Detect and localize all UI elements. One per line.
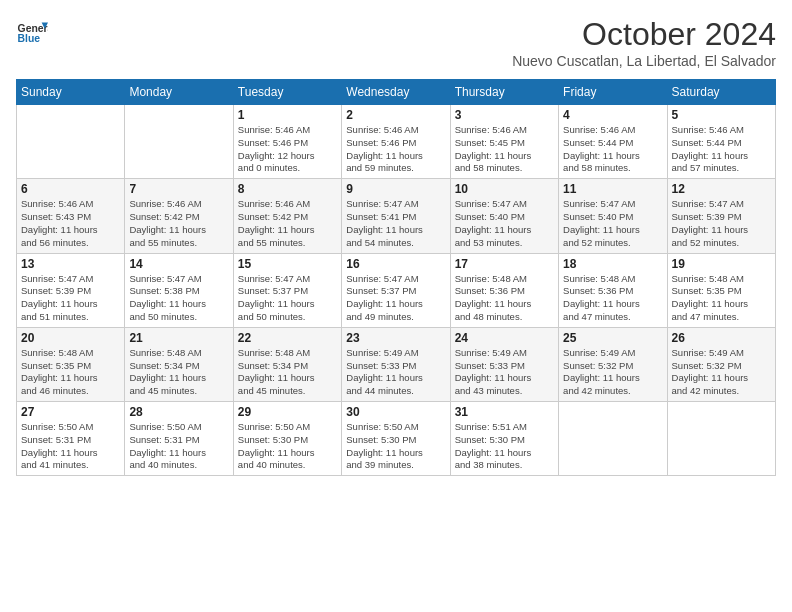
month-title: October 2024 — [512, 16, 776, 53]
calendar-cell: 18Sunrise: 5:48 AMSunset: 5:36 PMDayligh… — [559, 253, 667, 327]
calendar-cell: 3Sunrise: 5:46 AMSunset: 5:45 PMDaylight… — [450, 105, 558, 179]
day-info: Sunrise: 5:50 AMSunset: 5:30 PMDaylight:… — [238, 421, 337, 472]
calendar-cell: 24Sunrise: 5:49 AMSunset: 5:33 PMDayligh… — [450, 327, 558, 401]
calendar-cell — [125, 105, 233, 179]
col-header-monday: Monday — [125, 80, 233, 105]
day-number: 19 — [672, 257, 771, 271]
col-header-friday: Friday — [559, 80, 667, 105]
calendar-cell: 4Sunrise: 5:46 AMSunset: 5:44 PMDaylight… — [559, 105, 667, 179]
day-info: Sunrise: 5:46 AMSunset: 5:42 PMDaylight:… — [129, 198, 228, 249]
calendar-cell: 14Sunrise: 5:47 AMSunset: 5:38 PMDayligh… — [125, 253, 233, 327]
day-info: Sunrise: 5:46 AMSunset: 5:46 PMDaylight:… — [346, 124, 445, 175]
day-info: Sunrise: 5:48 AMSunset: 5:35 PMDaylight:… — [21, 347, 120, 398]
calendar-cell: 8Sunrise: 5:46 AMSunset: 5:42 PMDaylight… — [233, 179, 341, 253]
col-header-saturday: Saturday — [667, 80, 775, 105]
calendar-cell: 30Sunrise: 5:50 AMSunset: 5:30 PMDayligh… — [342, 402, 450, 476]
day-number: 18 — [563, 257, 662, 271]
day-info: Sunrise: 5:47 AMSunset: 5:38 PMDaylight:… — [129, 273, 228, 324]
day-info: Sunrise: 5:49 AMSunset: 5:32 PMDaylight:… — [563, 347, 662, 398]
calendar-cell: 12Sunrise: 5:47 AMSunset: 5:39 PMDayligh… — [667, 179, 775, 253]
week-row-2: 6Sunrise: 5:46 AMSunset: 5:43 PMDaylight… — [17, 179, 776, 253]
day-number: 4 — [563, 108, 662, 122]
day-info: Sunrise: 5:50 AMSunset: 5:31 PMDaylight:… — [129, 421, 228, 472]
day-info: Sunrise: 5:46 AMSunset: 5:46 PMDaylight:… — [238, 124, 337, 175]
day-info: Sunrise: 5:46 AMSunset: 5:44 PMDaylight:… — [563, 124, 662, 175]
day-number: 30 — [346, 405, 445, 419]
logo: General Blue — [16, 16, 48, 48]
day-info: Sunrise: 5:47 AMSunset: 5:37 PMDaylight:… — [346, 273, 445, 324]
week-row-5: 27Sunrise: 5:50 AMSunset: 5:31 PMDayligh… — [17, 402, 776, 476]
day-number: 21 — [129, 331, 228, 345]
day-number: 10 — [455, 182, 554, 196]
calendar-header-row: SundayMondayTuesdayWednesdayThursdayFrid… — [17, 80, 776, 105]
day-info: Sunrise: 5:47 AMSunset: 5:39 PMDaylight:… — [672, 198, 771, 249]
day-number: 25 — [563, 331, 662, 345]
day-number: 13 — [21, 257, 120, 271]
title-block: October 2024 Nuevo Cuscatlan, La Liberta… — [512, 16, 776, 69]
day-number: 28 — [129, 405, 228, 419]
calendar-cell — [667, 402, 775, 476]
calendar-cell: 11Sunrise: 5:47 AMSunset: 5:40 PMDayligh… — [559, 179, 667, 253]
day-info: Sunrise: 5:49 AMSunset: 5:33 PMDaylight:… — [346, 347, 445, 398]
calendar-cell: 31Sunrise: 5:51 AMSunset: 5:30 PMDayligh… — [450, 402, 558, 476]
calendar-cell: 23Sunrise: 5:49 AMSunset: 5:33 PMDayligh… — [342, 327, 450, 401]
day-info: Sunrise: 5:48 AMSunset: 5:34 PMDaylight:… — [129, 347, 228, 398]
day-number: 7 — [129, 182, 228, 196]
calendar-cell — [559, 402, 667, 476]
day-number: 12 — [672, 182, 771, 196]
calendar-cell: 21Sunrise: 5:48 AMSunset: 5:34 PMDayligh… — [125, 327, 233, 401]
day-number: 22 — [238, 331, 337, 345]
day-info: Sunrise: 5:46 AMSunset: 5:44 PMDaylight:… — [672, 124, 771, 175]
day-number: 14 — [129, 257, 228, 271]
day-number: 26 — [672, 331, 771, 345]
calendar-cell: 28Sunrise: 5:50 AMSunset: 5:31 PMDayligh… — [125, 402, 233, 476]
day-number: 9 — [346, 182, 445, 196]
day-info: Sunrise: 5:50 AMSunset: 5:31 PMDaylight:… — [21, 421, 120, 472]
week-row-1: 1Sunrise: 5:46 AMSunset: 5:46 PMDaylight… — [17, 105, 776, 179]
day-info: Sunrise: 5:46 AMSunset: 5:45 PMDaylight:… — [455, 124, 554, 175]
day-info: Sunrise: 5:46 AMSunset: 5:42 PMDaylight:… — [238, 198, 337, 249]
calendar-cell: 22Sunrise: 5:48 AMSunset: 5:34 PMDayligh… — [233, 327, 341, 401]
calendar-cell: 5Sunrise: 5:46 AMSunset: 5:44 PMDaylight… — [667, 105, 775, 179]
week-row-4: 20Sunrise: 5:48 AMSunset: 5:35 PMDayligh… — [17, 327, 776, 401]
day-number: 15 — [238, 257, 337, 271]
day-info: Sunrise: 5:48 AMSunset: 5:34 PMDaylight:… — [238, 347, 337, 398]
week-row-3: 13Sunrise: 5:47 AMSunset: 5:39 PMDayligh… — [17, 253, 776, 327]
calendar-cell: 9Sunrise: 5:47 AMSunset: 5:41 PMDaylight… — [342, 179, 450, 253]
calendar-cell — [17, 105, 125, 179]
calendar-cell: 16Sunrise: 5:47 AMSunset: 5:37 PMDayligh… — [342, 253, 450, 327]
day-number: 27 — [21, 405, 120, 419]
day-number: 20 — [21, 331, 120, 345]
day-number: 6 — [21, 182, 120, 196]
col-header-thursday: Thursday — [450, 80, 558, 105]
col-header-wednesday: Wednesday — [342, 80, 450, 105]
calendar-cell: 25Sunrise: 5:49 AMSunset: 5:32 PMDayligh… — [559, 327, 667, 401]
calendar-cell: 29Sunrise: 5:50 AMSunset: 5:30 PMDayligh… — [233, 402, 341, 476]
day-number: 11 — [563, 182, 662, 196]
calendar-cell: 10Sunrise: 5:47 AMSunset: 5:40 PMDayligh… — [450, 179, 558, 253]
day-info: Sunrise: 5:48 AMSunset: 5:36 PMDaylight:… — [563, 273, 662, 324]
day-number: 17 — [455, 257, 554, 271]
calendar-cell: 19Sunrise: 5:48 AMSunset: 5:35 PMDayligh… — [667, 253, 775, 327]
page-header: General Blue October 2024 Nuevo Cuscatla… — [16, 16, 776, 69]
day-info: Sunrise: 5:51 AMSunset: 5:30 PMDaylight:… — [455, 421, 554, 472]
calendar-cell: 27Sunrise: 5:50 AMSunset: 5:31 PMDayligh… — [17, 402, 125, 476]
day-info: Sunrise: 5:47 AMSunset: 5:41 PMDaylight:… — [346, 198, 445, 249]
calendar-cell: 6Sunrise: 5:46 AMSunset: 5:43 PMDaylight… — [17, 179, 125, 253]
calendar-cell: 2Sunrise: 5:46 AMSunset: 5:46 PMDaylight… — [342, 105, 450, 179]
calendar-cell: 20Sunrise: 5:48 AMSunset: 5:35 PMDayligh… — [17, 327, 125, 401]
day-number: 16 — [346, 257, 445, 271]
day-number: 1 — [238, 108, 337, 122]
day-info: Sunrise: 5:47 AMSunset: 5:37 PMDaylight:… — [238, 273, 337, 324]
logo-icon: General Blue — [16, 16, 48, 48]
calendar-cell: 15Sunrise: 5:47 AMSunset: 5:37 PMDayligh… — [233, 253, 341, 327]
day-number: 29 — [238, 405, 337, 419]
day-info: Sunrise: 5:48 AMSunset: 5:36 PMDaylight:… — [455, 273, 554, 324]
calendar-cell: 7Sunrise: 5:46 AMSunset: 5:42 PMDaylight… — [125, 179, 233, 253]
day-info: Sunrise: 5:47 AMSunset: 5:39 PMDaylight:… — [21, 273, 120, 324]
calendar-cell: 1Sunrise: 5:46 AMSunset: 5:46 PMDaylight… — [233, 105, 341, 179]
day-info: Sunrise: 5:49 AMSunset: 5:32 PMDaylight:… — [672, 347, 771, 398]
day-number: 3 — [455, 108, 554, 122]
day-info: Sunrise: 5:47 AMSunset: 5:40 PMDaylight:… — [455, 198, 554, 249]
calendar-cell: 26Sunrise: 5:49 AMSunset: 5:32 PMDayligh… — [667, 327, 775, 401]
